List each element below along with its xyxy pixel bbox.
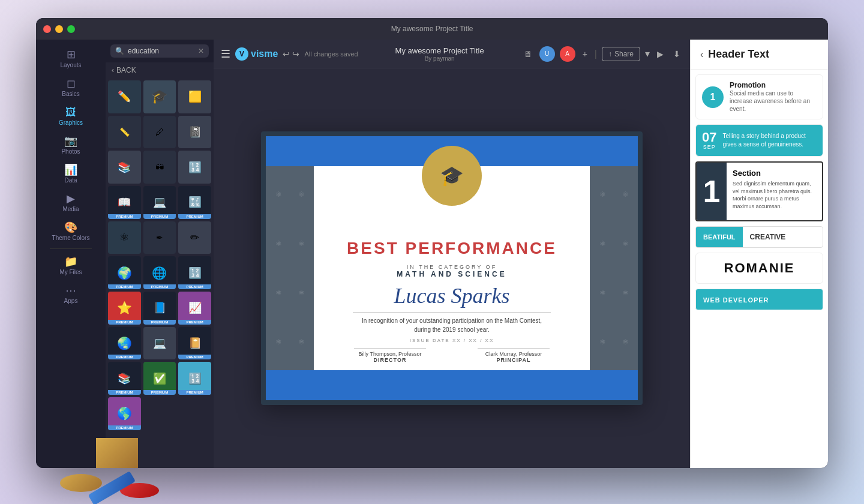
asset-calculator[interactable]: 🔢 — [178, 151, 211, 184]
sidebar-item-layouts[interactable]: ⊞ Layouts — [36, 44, 106, 73]
star-icon: ⭐ — [117, 301, 132, 315]
sidebar-item-data[interactable]: 📊 Data — [36, 160, 106, 188]
share-dropdown-icon[interactable]: ▾ — [645, 48, 650, 59]
template-romanie-card[interactable]: ROMANIE — [695, 253, 823, 284]
download-button[interactable]: ⬇ — [671, 47, 683, 61]
date-day: 07 — [702, 131, 716, 144]
sidebar-item-basics[interactable]: ◻ Basics — [36, 73, 106, 102]
asset-pencils[interactable]: ✏ — [178, 221, 211, 254]
cert-signer1: Billy Thompson, Professor DIRECTOR — [354, 348, 426, 363]
asset-premium-globe[interactable]: 🌍 — [108, 256, 141, 289]
sidebar-item-media[interactable]: ▶ Media — [36, 188, 106, 217]
sidebar-item-theme-colors[interactable]: 🎨 Theme Colors — [36, 217, 106, 246]
asset-premium-laptop[interactable]: 💻 — [143, 186, 176, 219]
share-button[interactable]: ↑ Share — [602, 47, 640, 61]
signer1-line — [354, 348, 426, 349]
basics-icon: ◻ — [67, 78, 76, 89]
asset-premium-globe3[interactable]: 🌏 — [108, 327, 141, 360]
date-month: SEP — [702, 144, 716, 150]
template-section-card[interactable]: 1 Section Sed dignissim elementum quam, … — [695, 161, 823, 221]
close-search-icon[interactable]: ✕ — [198, 47, 204, 55]
assets-grid: ✏️ 🎓 🟨 📏 🖊 📓 — [106, 78, 214, 468]
sidebar-item-my-files[interactable]: 📁 My Files — [36, 251, 106, 280]
asset-pencil[interactable]: ✏️ — [108, 80, 141, 113]
asset-premium-notebook[interactable]: 📔 — [178, 327, 211, 360]
promo-description: Social media can use to increase awarene… — [730, 89, 817, 113]
search-box[interactable]: 🔍 ✕ — [110, 44, 209, 58]
asset-premium-book[interactable]: 📖 — [108, 186, 141, 219]
book2-icon: 📘 — [153, 301, 166, 314]
template-date-card[interactable]: 07 SEP Telling a story behind a product … — [695, 124, 823, 157]
sidebar-item-apps[interactable]: ⋯ Apps — [36, 280, 106, 309]
divider: | — [595, 49, 597, 59]
asset-ruler[interactable]: 📏 — [108, 116, 141, 149]
canvas-content[interactable]: ⚛⚛ ⚛⚛ ⚛⚛ ⚛⚛ ⚛⚛ ⚛⚛ ⚛⚛ — [214, 68, 690, 468]
book-icon: 📚 — [118, 161, 131, 174]
template-webdev-card[interactable]: WEB DEVELOPER — [695, 289, 823, 310]
date-description: Telling a story behind a product gives a… — [722, 132, 817, 149]
titlebar: My awesome Project Title — [36, 18, 828, 40]
asset-premium-calc3[interactable]: 🔢 — [178, 362, 211, 395]
toolbar-center: My awesome Project Title By payman — [363, 46, 517, 62]
minimize-button[interactable] — [55, 25, 63, 33]
search-input[interactable] — [128, 47, 194, 55]
preview-button[interactable]: ▶ — [655, 47, 666, 61]
signer1-title: DIRECTOR — [354, 357, 426, 363]
asset-premium-globe4[interactable]: 🌎 — [108, 397, 141, 430]
signer2-name: Clark Murray, Professor — [478, 351, 550, 357]
template-creative-card[interactable]: BEATIFUL CREATIVE — [695, 226, 823, 248]
cert-right-pattern: ⚛⚛ ⚛⚛ ⚛⚛ ⚛⚛ — [590, 166, 638, 370]
hamburger-menu[interactable]: ☰ — [221, 47, 230, 61]
cert-subtitle2: MATH AND SCIENCE — [397, 270, 506, 278]
certificate-container[interactable]: ⚛⚛ ⚛⚛ ⚛⚛ ⚛⚛ ⚛⚛ ⚛⚛ ⚛⚛ — [261, 131, 643, 405]
maximize-button[interactable] — [67, 25, 75, 33]
undo-button[interactable]: ↩ — [283, 49, 290, 59]
asset-atom1[interactable]: ⚛ — [108, 221, 141, 254]
pen-icon: 🖊 — [155, 127, 164, 137]
romanie-text: ROMANIE — [703, 260, 815, 276]
asset-premium-abacus[interactable]: 🔣 — [178, 186, 211, 219]
project-by: By payman — [425, 55, 455, 62]
calc2-icon: 🔢 — [188, 266, 202, 280]
close-button[interactable] — [43, 25, 51, 33]
asset-pen[interactable]: 🖊 — [143, 116, 176, 149]
asset-grad-cap[interactable]: 🎓 — [143, 80, 176, 113]
project-title[interactable]: My awesome Project Title — [395, 46, 484, 55]
search-icon: 🔍 — [115, 47, 124, 55]
asset-sunglasses[interactable]: 🕶 — [143, 151, 176, 184]
user-avatar[interactable]: U — [539, 46, 555, 62]
monitor-button[interactable]: 🖥 — [521, 47, 535, 61]
autosave-status: All changes saved — [304, 50, 358, 58]
asset-notebook[interactable]: 📓 — [178, 116, 211, 149]
asset-book[interactable]: 📚 — [108, 151, 141, 184]
user-avatar2[interactable]: A — [560, 46, 575, 62]
asset-premium-book2[interactable]: 📘 — [143, 292, 176, 325]
back-label: BACK — [116, 66, 136, 74]
visme-logo-text: visme — [251, 49, 278, 59]
asset-premium-globe2[interactable]: 🌐 — [143, 256, 176, 289]
sidebar-item-photos[interactable]: 📷 Photos — [36, 131, 106, 160]
panel-back-button[interactable]: ‹ — [700, 49, 703, 60]
asset-pen2[interactable]: ✒ — [143, 221, 176, 254]
template-promotion-card[interactable]: 1 Promotion Social media can use to incr… — [695, 74, 823, 119]
sidebar-item-layouts-label: Layouts — [60, 62, 81, 68]
asset-laptop2[interactable]: 💻 — [143, 327, 176, 360]
add-collaborator-button[interactable]: + — [580, 47, 590, 61]
asset-premium-chart[interactable]: 📈 — [178, 292, 211, 325]
asset-premium-checklist[interactable]: ✅ — [143, 362, 176, 395]
notebook2-icon: 📔 — [188, 337, 202, 350]
asset-premium-books2[interactable]: 📚 — [108, 362, 141, 395]
section-content-block: Section Sed dignissim elementum quam, ve… — [727, 163, 822, 220]
media-icon: ▶ — [67, 193, 75, 204]
share-icon: ↑ — [608, 50, 612, 58]
creative-left-block: BEATIFUL — [696, 227, 743, 247]
sidebar-item-graphics[interactable]: 🖼 Graphics — [36, 102, 106, 131]
sidebar-item-media-label: Media — [62, 206, 79, 212]
globe-icon: 🌍 — [117, 266, 132, 280]
asset-cube[interactable]: 🟨 — [178, 80, 211, 113]
back-button[interactable]: ‹ BACK — [106, 62, 214, 78]
redo-button[interactable]: ↪ — [292, 49, 299, 59]
canvas-area: ☰ V visme ↩ ↪ All changes saved My aweso… — [214, 40, 690, 468]
asset-premium-calc2[interactable]: 🔢 — [178, 256, 211, 289]
asset-premium-star[interactable]: ⭐ — [108, 292, 141, 325]
